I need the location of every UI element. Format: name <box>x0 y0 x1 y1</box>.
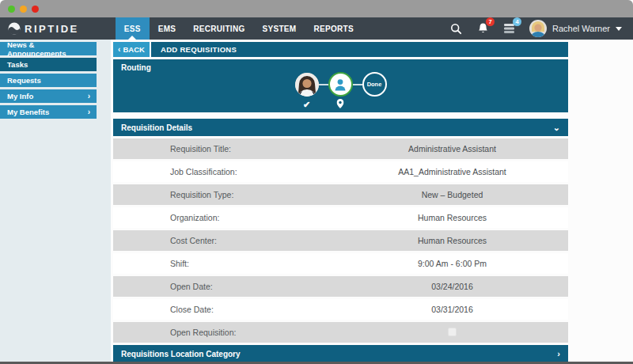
field-label: Close Date: <box>170 305 352 314</box>
notifications-badge: 7 <box>486 17 495 26</box>
app-window: RIPTIDE ESS EMS RECRUITING SYSTEM REPORT… <box>0 0 633 364</box>
sidebar: News & Announcements Tasks Requests My I… <box>0 40 111 362</box>
field-row-shift: Shift: 9:00 Am - 6:00 Pm <box>113 253 568 274</box>
routing-panel: Routing ✔ <box>113 59 568 112</box>
routing-step-completed[interactable]: ✔ <box>295 73 319 97</box>
field-value[interactable]: 9:00 Am - 6:00 Pm <box>352 259 568 268</box>
field-value[interactable]: 03/24/2016 <box>352 282 568 291</box>
sidebar-item-my-info[interactable]: My Info › <box>0 89 97 103</box>
nav-item-reports[interactable]: REPORTS <box>305 17 362 40</box>
field-label: Open Requisition: <box>170 328 352 337</box>
tasks-stack-icon[interactable]: 4 <box>502 21 517 36</box>
section-title: Requisition Details <box>121 123 192 132</box>
notifications-bell-icon[interactable]: 7 <box>476 21 490 36</box>
field-value[interactable]: AA1_Administrative Assistant <box>352 167 568 176</box>
field-row-cost-center: Cost Center: Human Resources <box>113 230 568 251</box>
main-nav: ESS EMS RECRUITING SYSTEM REPORTS <box>116 17 362 40</box>
routing-steps: ✔ Done <box>113 72 568 97</box>
field-row-organization: Organization: Human Resources <box>113 207 568 228</box>
chevron-left-icon: ‹ <box>118 45 120 54</box>
field-label: Open Date: <box>170 282 352 291</box>
section-title: Requisitions Location Category <box>121 350 241 358</box>
navbar-right: 7 4 Rachel Warner <box>449 17 633 40</box>
back-button[interactable]: ‹ BACK <box>113 42 150 57</box>
field-label: Shift: <box>170 259 352 268</box>
sidebar-item-news-announcements[interactable]: News & Announcements <box>0 42 97 55</box>
brand-name: RIPTIDE <box>25 23 79 35</box>
chevron-right-icon: › <box>88 93 90 100</box>
window-zoom-button[interactable] <box>8 6 15 13</box>
sidebar-item-label: My Info <box>7 92 33 100</box>
requisitions-location-category-header[interactable]: Requisitions Location Category › <box>113 345 568 362</box>
field-value <box>352 328 568 338</box>
step-connector <box>353 84 362 85</box>
open-requisition-checkbox[interactable] <box>448 328 457 336</box>
content-topbar: ‹ BACK ADD REQUISITIONS <box>113 42 568 57</box>
page-title: ADD REQUISITIONS <box>151 42 568 57</box>
user-menu[interactable]: Rachel Warner <box>529 20 622 37</box>
sidebar-item-label: Tasks <box>7 60 28 69</box>
riptide-wave-icon <box>8 22 21 35</box>
field-label: Organization: <box>170 213 352 222</box>
main-content: ‹ BACK ADD REQUISITIONS Routing ✔ <box>113 40 568 362</box>
user-avatar <box>529 20 547 37</box>
step-connector <box>319 84 328 85</box>
routing-step-done[interactable]: Done <box>362 72 387 97</box>
approver-photo-avatar <box>295 73 319 97</box>
search-icon[interactable] <box>449 21 463 36</box>
check-icon: ✔ <box>303 100 310 110</box>
requisition-details-header[interactable]: Requisition Details ⌄ <box>113 119 568 136</box>
chevron-down-icon <box>616 27 622 31</box>
field-row-open-requisition: Open Requisition: <box>113 322 568 343</box>
person-silhouette-icon <box>328 72 353 97</box>
window-titlebar <box>0 0 633 17</box>
routing-title: Routing <box>121 63 151 72</box>
window-close-button[interactable] <box>32 6 39 13</box>
field-value[interactable]: Administrative Assistant <box>352 144 568 154</box>
chevron-down-icon: ⌄ <box>553 123 560 133</box>
field-value[interactable]: Human Resources <box>352 236 568 245</box>
details-rows: Requisition Title: Administrative Assist… <box>113 138 568 343</box>
field-value[interactable]: New – Budgeted <box>352 190 568 199</box>
field-row-job-classification: Job Classification: AA1_Administrative A… <box>113 161 568 182</box>
sidebar-item-requests[interactable]: Requests <box>0 74 97 87</box>
sidebar-item-label: My Benefits <box>7 108 49 116</box>
top-navbar: RIPTIDE ESS EMS RECRUITING SYSTEM REPORT… <box>0 17 633 40</box>
sidebar-item-tasks[interactable]: Tasks <box>0 58 97 71</box>
nav-item-ems[interactable]: EMS <box>150 17 185 40</box>
window-minimize-button[interactable] <box>20 6 27 13</box>
field-row-requisition-type: Requisition Type: New – Budgeted <box>113 184 568 205</box>
done-step-circle: Done <box>362 72 387 97</box>
user-name: Rachel Warner <box>552 24 610 33</box>
sidebar-item-my-benefits[interactable]: My Benefits › <box>0 105 97 119</box>
routing-step-current[interactable] <box>328 72 353 97</box>
location-pin-icon <box>337 99 344 108</box>
page-body: News & Announcements Tasks Requests My I… <box>0 40 633 362</box>
field-row-close-date: Close Date: 03/31/2016 <box>113 299 568 320</box>
sidebar-item-label: News & Announcements <box>7 40 90 58</box>
back-label: BACK <box>123 45 144 54</box>
brand-logo[interactable]: RIPTIDE <box>0 17 79 40</box>
field-label: Cost Center: <box>170 236 352 245</box>
nav-item-system[interactable]: SYSTEM <box>254 17 305 40</box>
field-value[interactable]: 03/31/2016 <box>352 305 568 314</box>
field-value[interactable]: Human Resources <box>352 213 568 222</box>
tasks-badge: 4 <box>513 17 521 26</box>
field-label: Requisition Type: <box>170 190 352 199</box>
field-row-requisition-title: Requisition Title: Administrative Assist… <box>113 138 568 159</box>
nav-item-recruiting[interactable]: RECRUITING <box>184 17 253 40</box>
field-row-open-date: Open Date: 03/24/2016 <box>113 276 568 297</box>
field-label: Job Classification: <box>170 167 352 176</box>
field-label: Requisition Title: <box>170 144 352 154</box>
nav-item-ess[interactable]: ESS <box>116 17 150 40</box>
chevron-right-icon: › <box>557 349 560 358</box>
sidebar-item-label: Requests <box>7 76 41 85</box>
chevron-right-icon: › <box>88 108 90 116</box>
